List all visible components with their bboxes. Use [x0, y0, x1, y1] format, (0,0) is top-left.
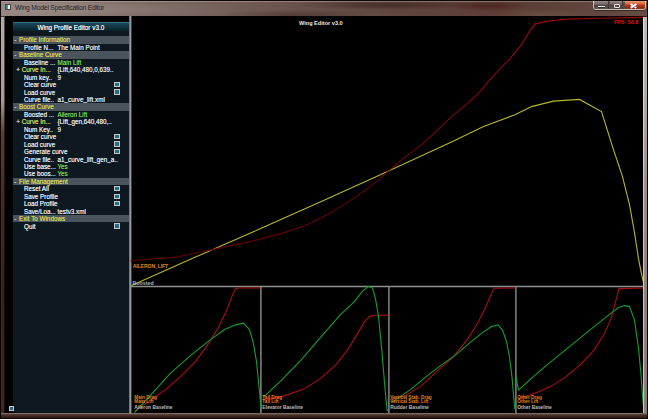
svg-text:Tail Lift: Tail Lift: [262, 400, 279, 405]
svg-text:Aileron Baseline: Aileron Baseline: [134, 405, 172, 410]
svg-text:FPS: 58.8: FPS: 58.8: [613, 20, 637, 26]
svg-text:Main Lift: Main Lift: [134, 400, 154, 405]
svg-text:Vertical Stab. Lift: Vertical Stab. Lift: [390, 400, 428, 405]
svg-text:Other Baseline: Other Baseline: [517, 405, 552, 410]
svg-text:Elevator Baseline: Elevator Baseline: [262, 405, 303, 410]
svg-text:Other Lift: Other Lift: [517, 400, 539, 405]
svg-text:Wing Editor v3.0: Wing Editor v3.0: [298, 20, 342, 26]
svg-text:Rudder Baseline: Rudder Baseline: [390, 405, 429, 410]
svg-text:Boosted: Boosted: [132, 280, 153, 286]
svg-text:AILERON_LIFT: AILERON_LIFT: [132, 263, 168, 269]
